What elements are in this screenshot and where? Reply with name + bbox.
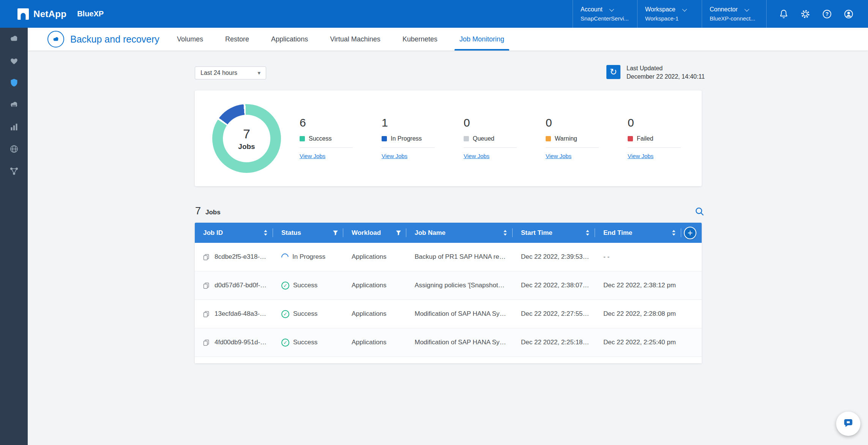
table-body: 8cdbe2f5-e318-4602-a... In Progress Appl… [195,243,702,357]
account-menu-value: SnapCenterServi... [581,15,630,22]
sidebar-item-governance[interactable] [0,138,28,160]
account-button[interactable] [843,8,854,20]
add-button[interactable]: + [684,226,696,239]
column-header-job-name[interactable]: Job Name [406,223,513,243]
chevron-down-icon [744,6,749,11]
tab-volumes[interactable]: Volumes [166,28,214,51]
status-swatch [628,136,633,141]
workload-text: Applications [352,339,387,346]
service-title: Backup and recovery [47,28,159,51]
copy-icon[interactable] [202,282,210,289]
account-menu[interactable]: Account SnapCenterServi... [573,0,637,28]
table-row[interactable]: 4fd00db9-951d-4e83-9... ✓ Success Applic… [195,328,702,357]
stat-label: Failed [637,135,653,142]
tab-virtual-machines[interactable]: Virtual Machines [319,28,391,51]
jobs-donut-hole: 7 Jobs [223,115,270,162]
cloud-storage-icon [8,99,20,111]
sidebar-item-observability[interactable] [0,116,28,138]
sidebar-item-storage[interactable] [0,94,28,116]
sidebar-item-health[interactable] [0,50,28,72]
column-header-job-id[interactable]: Job ID [195,223,273,243]
success-icon: ✓ [281,310,289,318]
chat-icon [842,418,854,430]
donut-total-label: Jobs [238,143,255,151]
view-jobs-link[interactable]: View Jobs [628,153,653,159]
workspace-menu-label: Workspace [645,6,675,13]
stat-count: 0 [464,117,546,128]
notifications-button[interactable] [778,8,789,20]
sort-icon [671,230,677,236]
stat-label: Success [309,135,331,142]
column-header-start-time[interactable]: Start Time [513,223,595,243]
in-progress-icon [280,252,290,262]
job-name-text: Backup of PR1 SAP HANA resource ... [415,253,508,261]
table-header: Job ID Status Workload Job Name [195,223,702,243]
connector-menu[interactable]: Connector BlueXP-connect... [702,0,766,28]
stat-label: In Progress [391,135,422,142]
refresh-icon: ↻ [610,68,617,76]
view-jobs-link[interactable]: View Jobs [300,153,325,159]
column-label: Status [281,229,301,237]
sidebar-item-protection[interactable] [0,72,28,94]
sidebar-item-canvas[interactable] [0,28,28,50]
workspace-menu[interactable]: Workspace Workspace-1 [637,0,702,28]
jobs-summary-card: 7 Jobs 6 Success View Jobs 1 In Progress… [195,90,702,186]
status-text: Success [293,282,317,289]
column-header-status[interactable]: Status [273,223,343,243]
column-label: Job ID [203,229,223,237]
time-range-select[interactable]: Last 24 hours ▾ [195,67,266,79]
table-row[interactable]: 13ecfda6-48a3-4e23-b... ✓ Success Applic… [195,300,702,328]
end-time-text: Dec 22 2022, 2:38:12 pm [603,282,676,289]
tab-job-monitoring[interactable]: Job Monitoring [448,28,515,51]
tab-applications[interactable]: Applications [260,28,319,51]
topbar-icons: ? [766,0,868,28]
tab-bar: Volumes Restore Applications Virtual Mac… [166,28,515,51]
table-row[interactable]: d0d57d67-bd0f-4374-9... ✓ Success Applic… [195,271,702,300]
table-footer [195,357,702,363]
job-id-text: 13ecfda6-48a3-4e23-b... [215,310,268,318]
last-updated-label: Last Updated [627,65,705,72]
tab-label: Job Monitoring [459,35,504,43]
column-header-workload[interactable]: Workload [343,223,406,243]
help-button[interactable]: ? [821,8,833,20]
workload-text: Applications [352,253,387,261]
status-text: Success [293,339,317,346]
end-time-text: Dec 22 2022, 2:28:08 pm [603,310,676,318]
tab-label: Volumes [177,35,203,43]
table-row[interactable]: 8cdbe2f5-e318-4602-a... In Progress Appl… [195,243,702,271]
tab-restore[interactable]: Restore [214,28,260,51]
account-menu-label: Account [581,6,603,13]
view-jobs-link[interactable]: View Jobs [382,153,407,159]
tab-label: Applications [271,35,308,43]
settings-button[interactable] [800,8,811,20]
job-status-stats: 6 Success View Jobs 1 In Progress View J… [300,117,710,160]
success-icon: ✓ [281,339,289,347]
stat-count: 0 [546,117,628,128]
start-time-text: Dec 22 2022, 2:25:18 pm [521,339,590,346]
connector-menu-label: Connector [710,6,738,13]
view-jobs-link[interactable]: View Jobs [464,153,489,159]
tab-kubernetes[interactable]: Kubernetes [391,28,448,51]
copy-icon[interactable] [202,339,210,346]
column-header-end-time[interactable]: End Time [595,223,681,243]
copy-icon[interactable] [202,310,210,318]
sidebar-item-extensions[interactable] [0,160,28,182]
time-range-value: Last 24 hours [200,70,237,76]
refresh-button[interactable]: ↻ [606,65,620,79]
job-name-text: Assigning policies '[SnapshotEvery4... [415,282,508,289]
topbar-right: Account SnapCenterServi... Workspace Wor… [573,0,868,28]
start-time-text: Dec 22 2022, 2:27:55 pm [521,310,590,318]
stat-label: Queued [473,135,494,142]
search-button[interactable] [693,205,707,219]
stat-label: Warning [555,135,577,142]
stat-count: 0 [628,117,710,128]
copy-icon[interactable] [202,253,210,261]
stat-queued: 0 Queued View Jobs [464,117,546,160]
user-icon [843,9,854,19]
netapp-logo [17,8,29,20]
status-text: In Progress [292,253,325,261]
view-jobs-link[interactable]: View Jobs [546,153,571,159]
chat-button[interactable] [836,412,860,436]
shield-icon [8,77,20,89]
gear-icon [800,9,811,19]
